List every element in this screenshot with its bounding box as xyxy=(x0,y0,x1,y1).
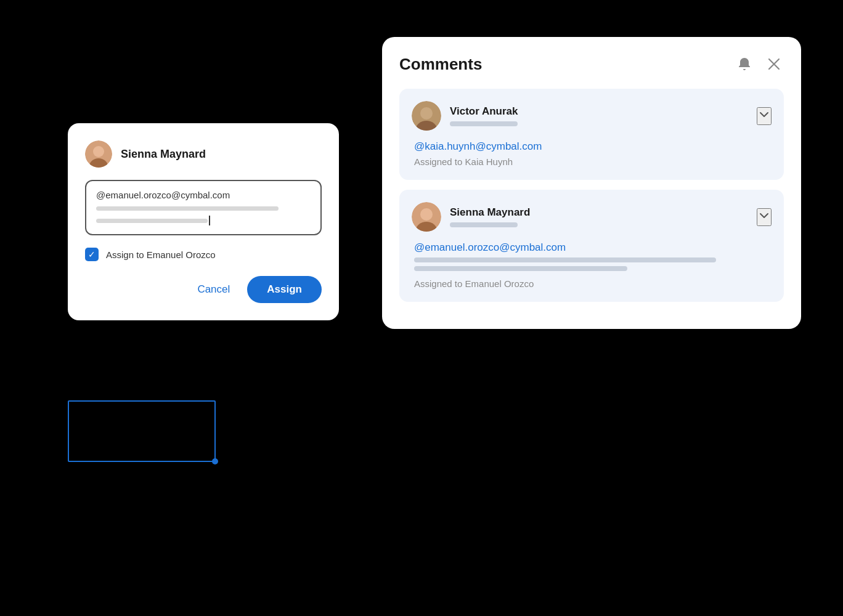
svg-point-3 xyxy=(422,108,431,118)
cancel-button[interactable]: Cancel xyxy=(190,278,237,301)
dialog-user: Sienna Maynard xyxy=(85,140,322,168)
victor-name: Victor Anurak xyxy=(450,105,518,118)
svg-point-7 xyxy=(422,209,431,219)
sienna-mention: @emanuel.orozco@cymbal.com xyxy=(414,241,769,254)
dialog-bar2 xyxy=(96,219,208,223)
comments-panel: Comments xyxy=(382,37,801,329)
sienna-comment-body: @emanuel.orozco@cymbal.com Assigned to E… xyxy=(412,241,772,290)
dialog-checkbox-row: ✓ Assign to Emanuel Orozco xyxy=(85,248,322,261)
avatar-victor xyxy=(412,101,441,131)
checkmark-icon: ✓ xyxy=(88,250,96,259)
victor-time-bar xyxy=(450,121,518,126)
sienna-content-bar2 xyxy=(414,266,627,271)
avatar-sienna xyxy=(412,202,441,232)
dialog-input-box[interactable]: @emanuel.orozco@cymbal.com xyxy=(85,180,322,235)
comments-title: Comments xyxy=(399,55,482,74)
selection-box xyxy=(68,400,216,462)
dialog-buttons: Cancel Assign xyxy=(85,276,322,303)
assign-button[interactable]: Assign xyxy=(247,276,322,303)
dialog-avatar xyxy=(85,140,112,168)
sienna-comment-card-header: Sienna Maynard xyxy=(412,202,772,232)
comment-card-victor: Victor Anurak @kaia.huynh@cymbal.com Ass… xyxy=(399,89,784,180)
sienna-content-bar1 xyxy=(414,257,716,262)
dialog-username: Sienna Maynard xyxy=(121,148,206,161)
comment-card-header: Victor Anurak xyxy=(412,101,772,131)
victor-comment-body: @kaia.huynh@cymbal.com Assigned to Kaia … xyxy=(412,140,772,168)
dialog-cursor-row xyxy=(96,216,311,225)
victor-assigned-text: Assigned to Kaia Huynh xyxy=(414,156,513,167)
text-cursor xyxy=(209,216,210,225)
comment-user-sienna: Sienna Maynard xyxy=(412,202,530,232)
comment-user-victor: Victor Anurak xyxy=(412,101,518,131)
comments-actions xyxy=(735,54,784,74)
bell-button[interactable] xyxy=(735,54,754,74)
comment-card-sienna: Sienna Maynard @emanuel.orozco@cymbal.co… xyxy=(399,190,784,302)
comments-header: Comments xyxy=(399,54,784,74)
svg-point-11 xyxy=(94,147,104,156)
close-button[interactable] xyxy=(764,54,784,74)
dialog-email-mention: @emanuel.orozco@cymbal.com xyxy=(96,190,311,200)
victor-chevron-button[interactable] xyxy=(757,107,772,125)
dialog-bar1 xyxy=(96,206,279,211)
sienna-assigned-text: Assigned to Emanuel Orozco xyxy=(414,278,534,289)
checkbox-label: Assign to Emanuel Orozco xyxy=(106,249,216,260)
victor-mention: @kaia.huynh@cymbal.com xyxy=(414,140,769,153)
selection-handle xyxy=(212,458,218,464)
assign-dialog: Sienna Maynard @emanuel.orozco@cymbal.co… xyxy=(68,123,339,320)
sienna-time-bar xyxy=(450,222,518,227)
sienna-name: Sienna Maynard xyxy=(450,206,530,219)
sienna-user-info: Sienna Maynard xyxy=(450,206,530,227)
victor-user-info: Victor Anurak xyxy=(450,105,518,126)
sienna-chevron-button[interactable] xyxy=(757,208,772,226)
assign-checkbox[interactable]: ✓ xyxy=(85,248,99,261)
